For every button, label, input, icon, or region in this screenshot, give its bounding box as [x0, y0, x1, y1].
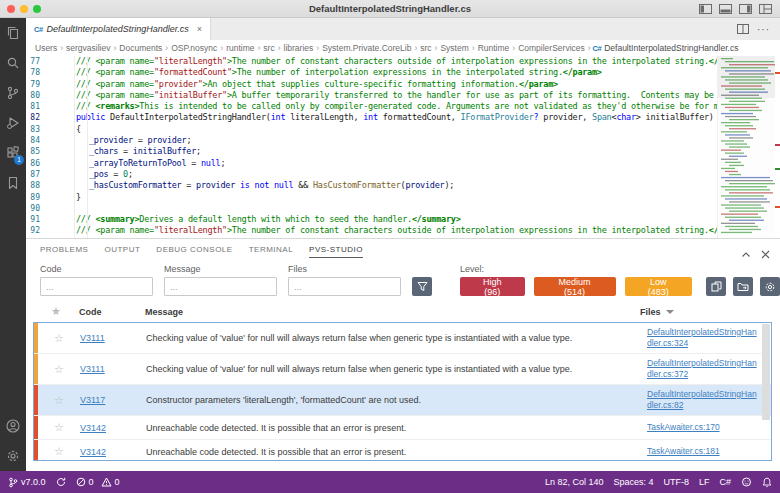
extensions-icon[interactable]: 1	[0, 138, 26, 168]
breadcrumb-item[interactable]: libraries	[283, 43, 315, 53]
message-column-header[interactable]: Message	[145, 307, 640, 317]
favorite-star-icon[interactable]: ☆	[38, 363, 80, 376]
favorite-star-icon[interactable]: ☆	[38, 421, 80, 434]
issue-row[interactable]: ☆ V3117 Constructor parameters 'literalL…	[34, 385, 771, 416]
issue-row[interactable]: ☆ V3111 Checking value of 'value' for nu…	[34, 323, 771, 354]
breadcrumb-item[interactable]: Runtime	[477, 43, 511, 53]
issue-file-link[interactable]: TaskAwaiter.cs:170	[647, 422, 771, 433]
overview-ruler[interactable]	[775, 56, 780, 238]
maximize-panel-icon[interactable]	[741, 245, 751, 263]
code-line[interactable]: 80 /// <param name="initialBuffer">A buf…	[26, 90, 780, 101]
code-line[interactable]: 88 _hasCustomFormatter = provider is not…	[26, 180, 780, 191]
level-low-button[interactable]: Low (483)	[625, 277, 692, 296]
message-filter-input[interactable]	[164, 277, 277, 296]
breadcrumb-item[interactable]: Documents	[118, 43, 163, 53]
tab-defaultinterpolatedstringhandler[interactable]: C# DefaultInterpolatedStringHandler.cs ×	[26, 18, 211, 40]
panel-tab-debug-console[interactable]: DEBUG CONSOLE	[156, 245, 232, 258]
split-editor-icon[interactable]	[737, 20, 749, 38]
code-line[interactable]: 92 /// <param name="literalLength">The n…	[26, 225, 780, 236]
encoding-item[interactable]: UTF-8	[663, 477, 689, 487]
breadcrumb-item[interactable]: DefaultInterpolatedStringHandler.cs	[603, 43, 739, 53]
level-medium-button[interactable]: Medium (514)	[534, 277, 616, 296]
breadcrumb-item[interactable]: System.Private.CoreLib	[321, 43, 412, 53]
cursor-position-item[interactable]: Ln 82, Col 140	[545, 477, 604, 487]
tab-close-icon[interactable]: ×	[197, 24, 202, 34]
panel-tab-pvs-studio[interactable]: PVS-STUDIO	[309, 245, 363, 258]
copy-report-button[interactable]	[706, 277, 726, 296]
zoom-window-button[interactable]	[33, 5, 41, 13]
files-filter-input[interactable]	[288, 277, 401, 296]
table-scrollbar-thumb[interactable]	[762, 324, 770, 420]
toggle-secondary-sidebar-icon[interactable]	[739, 4, 752, 14]
panel-tab-terminal[interactable]: TERMINAL	[249, 245, 293, 258]
breadcrumb-item[interactable]: src	[262, 43, 275, 53]
code-line[interactable]: 85 _chars = initialBuffer;	[26, 146, 780, 157]
issue-file-link[interactable]: DefaultInterpolatedStringHandler.cs:82	[647, 389, 771, 411]
code-line[interactable]: 84 _provider = provider;	[26, 135, 780, 146]
toggle-sidebar-icon[interactable]	[699, 4, 712, 14]
notifications-item[interactable]	[762, 477, 772, 488]
code-column-header[interactable]: Code	[79, 307, 145, 317]
breadcrumb-item[interactable]: CompilerServices	[517, 43, 586, 53]
code-line[interactable]: 91 /// <summary>Derives a default length…	[26, 214, 780, 225]
code-line[interactable]: 89 }	[26, 192, 780, 203]
breadcrumb-item[interactable]: runtime	[225, 43, 255, 53]
code-editor[interactable]: 77 /// <param name="literalLength">The n…	[26, 56, 780, 238]
favorites-header-star-icon[interactable]: ★	[33, 305, 79, 318]
toggle-panel-icon[interactable]	[719, 4, 732, 14]
more-actions-icon[interactable]: ···	[757, 24, 770, 35]
code-line[interactable]: 90	[26, 203, 780, 214]
problems-item[interactable]: 0 0	[76, 477, 120, 487]
search-icon[interactable]	[0, 48, 26, 78]
favorite-star-icon[interactable]: ☆	[38, 445, 80, 458]
filter-funnel-button[interactable]	[412, 277, 432, 296]
code-line[interactable]: 78 /// <param name="formattedCount">The …	[26, 67, 780, 78]
issue-code-link[interactable]: V3142	[80, 447, 146, 457]
breadcrumb-item[interactable]: Users	[34, 43, 58, 53]
account-icon[interactable]	[0, 411, 26, 441]
issue-file-link[interactable]: DefaultInterpolatedStringHandler.cs:372	[647, 358, 771, 380]
language-mode-item[interactable]: C#	[719, 477, 731, 487]
customize-layout-icon[interactable]	[759, 4, 772, 14]
minimap[interactable]	[717, 56, 775, 238]
issue-code-link[interactable]: V3111	[80, 364, 146, 374]
files-column-header[interactable]: Files	[640, 307, 772, 317]
settings-gear-icon[interactable]	[0, 441, 26, 471]
code-line[interactable]: 87 _pos = 0;	[26, 169, 780, 180]
panel-tab-output[interactable]: OUTPUT	[104, 245, 140, 258]
eol-item[interactable]: LF	[699, 477, 710, 487]
sync-item[interactable]	[56, 477, 66, 487]
code-line[interactable]: 81 /// <remarks>This is intended to be c…	[26, 101, 780, 112]
issue-file-link[interactable]: DefaultInterpolatedStringHandler.cs:324	[647, 327, 771, 349]
level-high-button[interactable]: High (96)	[460, 277, 525, 296]
panel-tab-problems[interactable]: PROBLEMS	[40, 245, 88, 258]
minimize-window-button[interactable]	[20, 5, 28, 13]
source-control-icon[interactable]	[0, 78, 26, 108]
code-line[interactable]: 86 _arrayToReturnToPool = null;	[26, 158, 780, 169]
favorite-star-icon[interactable]: ☆	[38, 332, 80, 345]
issue-row[interactable]: ☆ V3142 Unreachable code detected. It is…	[34, 440, 771, 461]
pvs-version-item[interactable]: v7.0.0	[8, 477, 46, 488]
breadcrumb-item[interactable]: OSP.nosync	[170, 43, 218, 53]
breadcrumb-item[interactable]: sergvasiliev	[65, 43, 111, 53]
indentation-item[interactable]: Spaces: 4	[613, 477, 653, 487]
sort-caret-icon[interactable]	[666, 310, 674, 314]
open-report-button[interactable]	[733, 277, 753, 296]
bookmarks-icon[interactable]	[0, 168, 26, 198]
code-line[interactable]: 82 public DefaultInterpolatedStringHandl…	[26, 112, 780, 123]
run-debug-icon[interactable]	[0, 108, 26, 138]
feedback-item[interactable]	[741, 477, 752, 487]
code-line[interactable]: 79 /// <param name="provider">An object …	[26, 79, 780, 90]
issue-code-link[interactable]: V3142	[80, 423, 146, 433]
code-line[interactable]: 83 {	[26, 124, 780, 135]
issue-row[interactable]: ☆ V3111 Checking value of 'value' for nu…	[34, 354, 771, 385]
favorite-star-icon[interactable]: ☆	[38, 394, 80, 407]
issue-row[interactable]: ☆ V3142 Unreachable code detected. It is…	[34, 416, 771, 440]
code-filter-input[interactable]	[40, 277, 153, 296]
issue-code-link[interactable]: V3117	[80, 395, 146, 405]
explorer-icon[interactable]	[0, 18, 26, 48]
panel-settings-button[interactable]	[760, 277, 780, 296]
close-panel-icon[interactable]	[761, 245, 770, 263]
breadcrumb-item[interactable]: System	[439, 43, 469, 53]
breadcrumb-item[interactable]: src	[419, 43, 432, 53]
